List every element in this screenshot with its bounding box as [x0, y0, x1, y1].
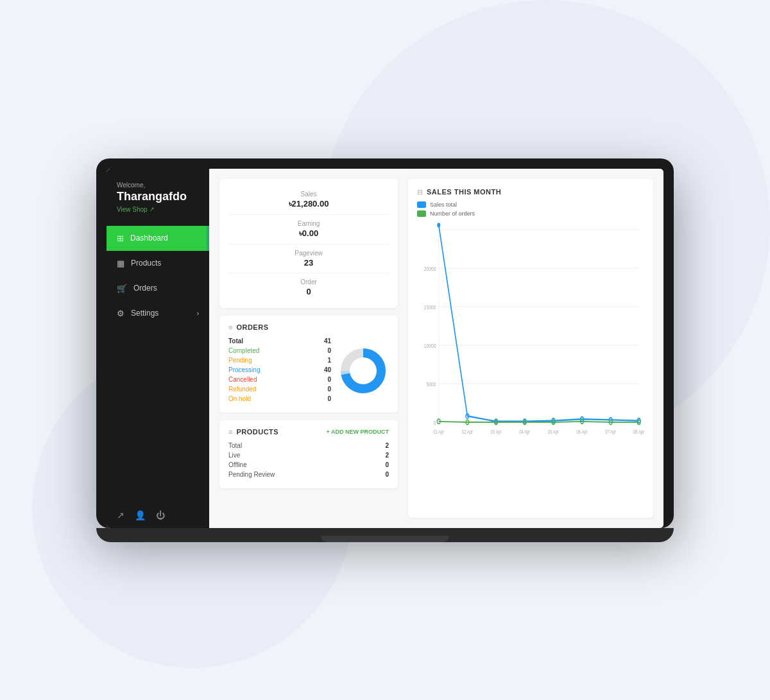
view-shop-link[interactable]: View Shop ↗: [117, 206, 199, 213]
svg-text:20000: 20000: [424, 264, 436, 272]
sidebar-header: Welcome, Tharangafdo View Shop ↗: [107, 169, 209, 223]
order-row-refunded: Refunded 0: [228, 386, 331, 393]
laptop-screen: Welcome, Tharangafdo View Shop ↗ ⊞ Dashb…: [107, 169, 663, 528]
svg-point-3: [352, 359, 375, 382]
product-label-live: Live: [228, 452, 240, 459]
legend-box-orders: [417, 210, 426, 217]
stat-order-value: 0: [228, 287, 389, 296]
chart-area: 0 5000 10000 15000 20000: [417, 222, 644, 453]
chart-icon: ⊟: [417, 188, 423, 196]
welcome-label: Welcome,: [117, 182, 199, 189]
stat-order: Order 0: [228, 273, 389, 302]
orders-section-icon: ≡: [228, 323, 232, 331]
svg-text:10000: 10000: [424, 341, 436, 349]
sidebar-label-products: Products: [131, 259, 161, 268]
left-panel: Sales ৳21,280.00 Earning ৳0.00 Pageview …: [209, 169, 408, 528]
stat-pageview-value: 23: [228, 258, 389, 268]
svg-text:07 Apr: 07 Apr: [605, 428, 617, 434]
stat-sales-value: ৳21,280.00: [228, 199, 389, 209]
legend-item-orders: Number of orders: [417, 210, 644, 217]
stat-earning-label: Earning: [228, 220, 389, 227]
order-label-total: Total: [228, 337, 243, 345]
order-label-pending: Pending: [228, 357, 252, 364]
stat-earning-value: ৳0.00: [228, 228, 389, 239]
donut-chart: [338, 345, 389, 397]
product-label-total: Total: [228, 442, 242, 449]
sidebar-item-dashboard[interactable]: ⊞ Dashboard: [107, 226, 209, 251]
sidebar-label-settings: Settings: [131, 309, 158, 318]
products-section-icon: ≡: [228, 428, 232, 436]
svg-text:02 Apr: 02 Apr: [462, 428, 474, 434]
svg-point-16: [437, 223, 440, 227]
sidebar-item-settings[interactable]: ⚙ Settings ›: [107, 301, 209, 326]
products-icon: ▦: [117, 259, 124, 268]
products-section-title: PRODUCTS: [236, 428, 278, 436]
logout-icon[interactable]: ↗: [117, 510, 124, 520]
content-area: Sales ৳21,280.00 Earning ৳0.00 Pageview …: [209, 169, 663, 528]
settings-icon: ⚙: [117, 309, 124, 318]
legend-item-sales: Sales total: [417, 201, 644, 208]
laptop-frame: Welcome, Tharangafdo View Shop ↗ ⊞ Dashb…: [96, 158, 674, 528]
chart-header: ⊟ SALES THIS MONTH: [417, 188, 644, 196]
user-icon[interactable]: 👤: [135, 510, 146, 520]
product-label-pending-review: Pending Review: [228, 471, 275, 478]
orders-icon: 🛒: [117, 284, 127, 293]
product-value-live: 2: [385, 452, 389, 459]
order-row-total: Total 41: [228, 337, 331, 345]
user-name: Tharangafdo: [117, 190, 199, 203]
external-link-icon: ↗: [150, 206, 155, 212]
order-value-pending: 1: [327, 357, 331, 364]
sidebar-footer: ↗ 👤 ⏻: [107, 502, 209, 528]
svg-text:5000: 5000: [427, 380, 436, 388]
laptop-base: [96, 528, 674, 542]
order-row-processing: Processing 40: [228, 366, 331, 373]
order-value-processing: 40: [324, 366, 331, 373]
add-product-button[interactable]: + ADD NEW PRODUCT: [327, 429, 389, 435]
stat-pageview: Pageview 23: [228, 244, 389, 273]
orders-content: Total 41 Completed 0 Pending: [228, 337, 389, 405]
svg-text:0: 0: [434, 418, 436, 426]
order-label-processing: Processing: [228, 366, 260, 373]
order-value-cancelled: 0: [327, 376, 331, 383]
product-value-total: 2: [385, 442, 389, 449]
chart-panel: ⊟ SALES THIS MONTH Sales total Number of…: [408, 179, 653, 518]
product-value-offline: 0: [385, 461, 389, 468]
main-content: Sales ৳21,280.00 Earning ৳0.00 Pageview …: [209, 169, 663, 528]
order-value-refunded: 0: [327, 386, 331, 393]
products-section: ≡ PRODUCTS + ADD NEW PRODUCT Total 2: [219, 420, 398, 488]
orders-section-title: ORDERS: [236, 323, 268, 331]
orders-header: ≡ ORDERS: [228, 323, 389, 331]
stat-sales-label: Sales: [228, 191, 389, 198]
dashboard-icon: ⊞: [117, 234, 124, 243]
product-label-offline: Offline: [228, 461, 247, 468]
product-row-pending-review: Pending Review 0: [228, 471, 389, 478]
order-row-completed: Completed 0: [228, 347, 331, 354]
order-row-onhold: On hold 0: [228, 395, 331, 402]
product-row-total: Total 2: [228, 442, 389, 449]
chart-svg: 0 5000 10000 15000 20000: [417, 222, 644, 453]
laptop-container: Welcome, Tharangafdo View Shop ↗ ⊞ Dashb…: [96, 158, 674, 542]
order-value-completed: 0: [327, 347, 331, 354]
stat-sales: Sales ৳21,280.00: [228, 185, 389, 215]
orders-list: Total 41 Completed 0 Pending: [228, 337, 331, 405]
power-icon[interactable]: ⏻: [156, 510, 165, 520]
svg-text:05 Apr: 05 Apr: [548, 428, 560, 434]
order-row-pending: Pending 1: [228, 357, 331, 364]
sidebar-label-dashboard: Dashboard: [130, 234, 168, 243]
chevron-right-icon: ›: [197, 310, 199, 317]
chart-title: SALES THIS MONTH: [427, 188, 501, 196]
products-list: Total 2 Live 2 Offline 0: [228, 442, 389, 478]
sidebar-nav: ⊞ Dashboard ▦ Products 🛒 Orders ⚙ Settin…: [107, 226, 209, 502]
legend-box-sales: [417, 201, 426, 208]
order-row-cancelled: Cancelled 0: [228, 376, 331, 383]
order-value-total: 41: [324, 337, 331, 345]
svg-text:01 Apr: 01 Apr: [433, 428, 445, 434]
stat-order-label: Order: [228, 278, 389, 286]
sidebar-item-products[interactable]: ▦ Products: [107, 251, 209, 276]
sidebar-item-orders[interactable]: 🛒 Orders: [107, 276, 209, 301]
order-label-onhold: On hold: [228, 395, 251, 402]
product-row-offline: Offline 0: [228, 461, 389, 468]
svg-text:04 Apr: 04 Apr: [519, 428, 531, 434]
chart-legend: Sales total Number of orders: [417, 201, 644, 217]
order-label-refunded: Refunded: [228, 386, 256, 393]
